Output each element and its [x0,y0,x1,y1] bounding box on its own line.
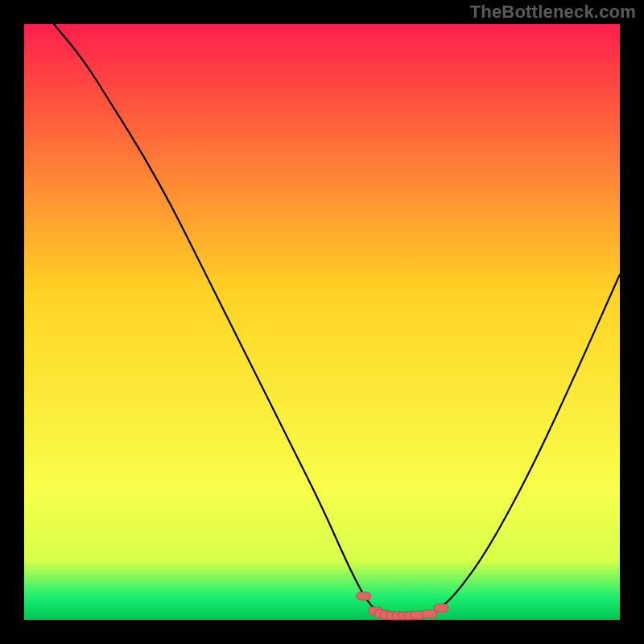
bottleneck-chart [0,0,644,644]
curve-marker [357,592,371,600]
curve-marker [422,610,436,618]
chart-frame: TheBottleneck.com [0,0,644,644]
curve-marker [434,604,448,612]
plot-background [24,24,620,620]
watermark-text: TheBottleneck.com [470,2,636,23]
